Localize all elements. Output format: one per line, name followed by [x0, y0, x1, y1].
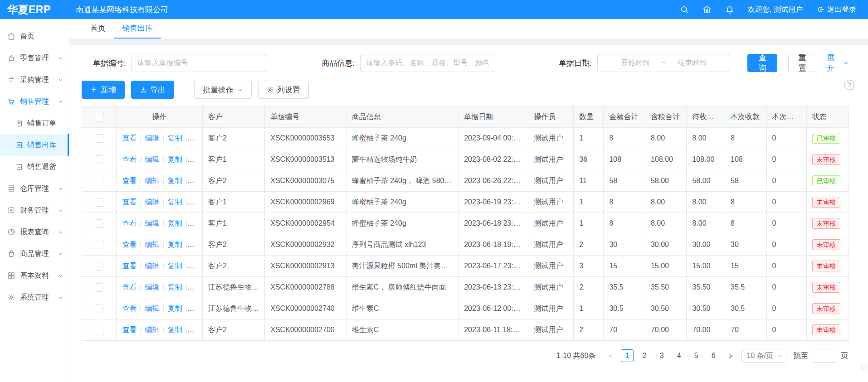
- row-checkbox[interactable]: [95, 262, 103, 271]
- row-checkbox[interactable]: [95, 134, 103, 143]
- select-all-checkbox[interactable]: [95, 113, 103, 121]
- action-separator: |: [162, 283, 164, 291]
- tab-sales-outbound[interactable]: 销售出库: [114, 19, 161, 39]
- tab-home[interactable]: 首页: [82, 19, 114, 39]
- sidebar-item-finance[interactable]: 财务管理: [0, 199, 69, 221]
- next-page-button[interactable]: >: [724, 349, 737, 362]
- sidebar-item-sales[interactable]: 销售管理: [0, 91, 69, 112]
- search-button[interactable]: 查询: [747, 54, 777, 72]
- action-copy-link[interactable]: 复制: [168, 262, 182, 270]
- date-range-input[interactable]: 开始时间 ~ 结束时间: [597, 54, 730, 72]
- sidebar-item-sales-order[interactable]: 销售订单: [0, 112, 69, 134]
- action-copy-link[interactable]: 复制: [168, 326, 182, 334]
- action-view-link[interactable]: 查看: [122, 305, 137, 312]
- page-number-6[interactable]: 6: [707, 349, 720, 362]
- bill-no-input[interactable]: [132, 54, 268, 72]
- sidebar-item-reports[interactable]: 报表查询: [0, 221, 69, 243]
- action-view-link[interactable]: 查看: [122, 262, 137, 270]
- sidebar-item-retail[interactable]: 零售管理: [0, 47, 69, 69]
- bell-icon[interactable]: [725, 5, 734, 14]
- action-view-link[interactable]: 查看: [122, 219, 137, 227]
- sidebar-item-label: 仓库管理: [20, 184, 49, 193]
- row-checkbox[interactable]: [95, 305, 103, 313]
- page-size-select[interactable]: 10 条/页: [741, 349, 786, 363]
- action-view-link[interactable]: 查看: [122, 283, 137, 291]
- row-checkbox[interactable]: [95, 198, 103, 207]
- row-checkbox[interactable]: [95, 326, 103, 334]
- action-view-link[interactable]: 查看: [122, 198, 137, 206]
- action-separator: |: [140, 155, 141, 163]
- sidebar-item-goods[interactable]: 商品管理: [0, 243, 69, 265]
- action-separator: |: [162, 241, 164, 248]
- page-number-3[interactable]: 3: [655, 349, 668, 362]
- cell-received: 58: [725, 170, 766, 192]
- row-checkbox[interactable]: [95, 177, 103, 185]
- action-edit-link[interactable]: 编辑: [145, 177, 159, 184]
- action-copy-link[interactable]: 复制: [168, 219, 182, 227]
- jump-to-input[interactable]: [813, 349, 836, 363]
- cell-received: 8: [725, 128, 766, 149]
- action-copy-link[interactable]: 复制: [168, 155, 182, 163]
- sidebar-item-system[interactable]: 系统管理: [0, 286, 69, 308]
- action-copy-link[interactable]: 复制: [168, 305, 182, 312]
- reset-button[interactable]: 重置: [788, 54, 816, 72]
- page-number-1[interactable]: 1: [621, 349, 634, 362]
- action-edit-link[interactable]: 编辑: [145, 134, 159, 142]
- date-tilde: ~: [662, 59, 666, 67]
- cell-amount: 15: [604, 256, 645, 277]
- row-checkbox[interactable]: [95, 219, 103, 228]
- sidebar-item-sales-outbound[interactable]: 销售出库: [0, 134, 69, 156]
- action-copy-link[interactable]: 复制: [168, 241, 182, 248]
- page-number-2[interactable]: 2: [638, 349, 651, 362]
- help-icon[interactable]: ?: [844, 80, 854, 90]
- action-copy-link[interactable]: 复制: [168, 198, 182, 206]
- sidebar-item-warehouse[interactable]: 仓库管理: [0, 178, 69, 199]
- prev-page-button[interactable]: <: [604, 349, 616, 362]
- action-separator: |: [162, 134, 164, 142]
- export-button[interactable]: 导出: [131, 81, 174, 99]
- action-view-link[interactable]: 查看: [122, 134, 137, 142]
- expand-link[interactable]: 展开: [827, 53, 849, 73]
- sidebar-item-sales-return[interactable]: 销售退货: [0, 156, 69, 178]
- search-icon[interactable]: [680, 5, 689, 14]
- cell-operator: 测试用户: [528, 213, 574, 234]
- action-copy-link[interactable]: 复制: [168, 177, 182, 184]
- action-edit-link[interactable]: 编辑: [145, 219, 159, 227]
- action-edit-link[interactable]: 编辑: [145, 198, 159, 206]
- row-checkbox[interactable]: [95, 283, 103, 292]
- action-view-link[interactable]: 查看: [122, 326, 137, 334]
- page-number-4[interactable]: 4: [673, 349, 685, 362]
- action-copy-link[interactable]: 复制: [168, 283, 182, 291]
- batch-actions-button[interactable]: 批量操作: [194, 81, 252, 99]
- action-edit-link[interactable]: 编辑: [145, 283, 159, 291]
- action-edit-link[interactable]: 编辑: [145, 155, 159, 163]
- table-row: 查看|编辑|复制|删除客户2XSCK00000003075蜂蜜柚子茶 240g，…: [82, 170, 849, 192]
- action-edit-link[interactable]: 编辑: [145, 326, 159, 334]
- product-info-input[interactable]: [360, 54, 495, 72]
- row-checkbox[interactable]: [95, 241, 103, 249]
- action-separator: |: [140, 326, 141, 334]
- cell-customer: 客户2: [203, 128, 265, 149]
- add-button[interactable]: 新增: [82, 81, 125, 99]
- action-edit-link[interactable]: 编辑: [145, 241, 159, 248]
- cell-product: 序列号商品测试 xlh123: [346, 234, 458, 256]
- action-view-link[interactable]: 查看: [122, 241, 137, 248]
- row-checkbox[interactable]: [95, 155, 103, 164]
- main-content: 首页 销售出库 单据编号: 商品信息: 单据日期: 开始时间 ~ 结束时间 查询…: [69, 19, 868, 382]
- sidebar-item-home[interactable]: 首页: [0, 25, 69, 47]
- action-separator: |: [162, 326, 164, 334]
- logout-button[interactable]: 退出登录: [816, 5, 856, 15]
- action-view-link[interactable]: 查看: [122, 177, 137, 184]
- sidebar-item-basic-data[interactable]: 基本资料: [0, 265, 69, 286]
- cell-bill_no: XSCK00000002740: [265, 298, 346, 319]
- chevron-down-icon: [58, 55, 63, 61]
- action-copy-link[interactable]: 复制: [168, 134, 182, 142]
- sidebar-item-purchase[interactable]: 采购管理: [0, 69, 69, 91]
- action-edit-link[interactable]: 编辑: [145, 262, 159, 270]
- platform-icon[interactable]: [702, 5, 712, 14]
- action-view-link[interactable]: 查看: [122, 155, 137, 163]
- pagination-total: 1-10 共60条: [556, 351, 595, 361]
- page-number-5[interactable]: 5: [690, 349, 702, 362]
- column-settings-button[interactable]: 列设置: [258, 81, 309, 99]
- action-edit-link[interactable]: 编辑: [145, 305, 159, 312]
